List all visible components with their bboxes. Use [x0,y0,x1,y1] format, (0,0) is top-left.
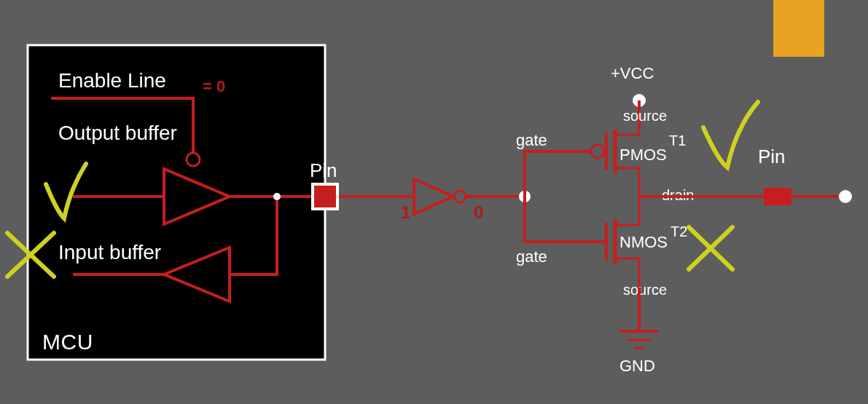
vcc-label: +VCC [611,64,654,82]
t1-label: T1 [669,132,686,148]
svg-rect-3 [314,186,336,207]
source-label-bot: source [623,282,667,298]
source-label-top: source [623,108,667,124]
svg-point-0 [187,153,200,166]
output-pin-block [764,188,791,205]
output-buffer-label: Output buffer [58,122,177,144]
svg-point-1 [273,193,281,200]
gnd-symbol [619,331,659,348]
inverter-input-value: 1 [401,202,410,222]
inverter-output-value: 0 [474,202,483,222]
enable-line-label: Enable Line [58,69,166,92]
wire-to-pmos-gate [525,151,590,197]
gate-label-top: gate [516,131,547,149]
input-buffer-label: Input buffer [58,241,161,264]
t2-label: T2 [670,223,687,239]
check-icon [703,102,758,167]
diagram-canvas: MCU Enable Line = 0 Output buffer Input … [0,0,868,404]
svg-point-4 [454,191,466,202]
output-pin-label: Pin [758,146,786,167]
wire-to-nmos-gate [525,197,590,242]
gate-label-bot: gate [516,247,547,266]
pmos-label: PMOS [619,146,667,164]
mcu-pin-label: Pin [310,159,337,181]
gnd-label: GND [619,357,655,375]
svg-point-5 [591,145,604,158]
output-node [839,190,852,203]
inverter-symbol [414,179,466,214]
mcu-title: MCU [42,330,93,354]
accent-block [773,0,824,57]
nmos-label: NMOS [619,233,668,251]
cross-icon [689,227,732,269]
mcu-pin [311,183,339,210]
enable-line-value: = 0 [203,77,225,95]
